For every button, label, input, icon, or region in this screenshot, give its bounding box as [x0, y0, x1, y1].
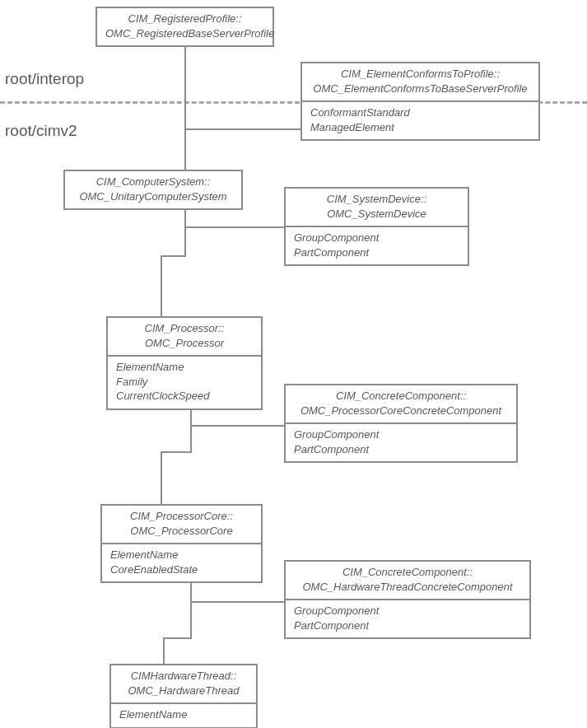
- class-attr: GroupComponent: [294, 231, 459, 245]
- connector: [190, 407, 192, 451]
- class-attr: ConformantStandard: [310, 105, 530, 120]
- class-attr: GroupComponent: [294, 427, 508, 442]
- class-title: CIM_ConcreteComponent::: [294, 565, 521, 580]
- class-title: CIM_SystemDevice::: [294, 192, 459, 207]
- connector: [184, 128, 300, 130]
- class-subtitle: OMC_SystemDevice: [294, 207, 459, 222]
- connector: [161, 255, 186, 257]
- box-hardware-thread-component: CIM_ConcreteComponent:: OMC_HardwareThre…: [284, 560, 531, 639]
- class-attr: PartComponent: [294, 618, 521, 633]
- class-attr: Family: [116, 375, 253, 390]
- box-processor-core: CIM_ProcessorCore:: OMC_ProcessorCore El…: [100, 504, 263, 583]
- class-attr: ElementName: [119, 707, 248, 722]
- class-title: CIM_ElementConformsToProfile::: [310, 67, 530, 82]
- class-attr: PartComponent: [294, 442, 508, 457]
- class-title: CIM_ProcessorCore::: [110, 509, 253, 524]
- connector: [184, 226, 284, 228]
- namespace-cimv2-label: root/cimv2: [5, 122, 77, 140]
- box-hardware-thread: CIMHardwareThread:: OMC_HardwareThread E…: [109, 664, 258, 728]
- class-attr: CurrentClockSpeed: [116, 389, 253, 404]
- box-registered-profile: CIM_RegisteredProfile:: OMC_RegisteredBa…: [96, 7, 274, 47]
- box-system-device: CIM_SystemDevice:: OMC_SystemDevice Grou…: [284, 187, 469, 266]
- box-computer-system: CIM_ComputerSystem:: OMC_UnitaryComputer…: [63, 170, 243, 210]
- connector: [161, 255, 162, 316]
- class-title: CIM_RegisteredProfile::: [105, 12, 264, 26]
- box-element-conforms: CIM_ElementConformsToProfile:: OMC_Eleme…: [300, 62, 540, 141]
- class-attr: CoreEnabledState: [110, 562, 253, 577]
- class-subtitle: OMC_ProcessorCoreConcreteComponent: [294, 404, 508, 418]
- namespace-interop-label: root/interop: [5, 70, 84, 88]
- class-title: CIM_ComputerSystem::: [73, 175, 233, 189]
- class-title: CIMHardwareThread::: [119, 669, 248, 684]
- class-attr: ElementName: [110, 548, 253, 562]
- class-subtitle: OMC_ProcessorCore: [110, 524, 253, 539]
- connector: [163, 637, 192, 639]
- class-subtitle: OMC_RegisteredBaseServerProfile: [105, 26, 264, 41]
- diagram-canvas: { "namespaces": { "interop": "root/inter…: [0, 0, 587, 728]
- class-attr: GroupComponent: [294, 604, 521, 618]
- box-processor-core-component: CIM_ConcreteComponent:: OMC_ProcessorCor…: [284, 384, 518, 463]
- class-attr: ElementName: [116, 360, 253, 375]
- connector: [190, 581, 192, 637]
- class-subtitle: OMC_HardwareThreadConcreteComponent: [294, 580, 521, 595]
- class-subtitle: OMC_UnitaryComputerSystem: [73, 189, 233, 204]
- class-subtitle: OMC_HardwareThread: [119, 684, 248, 698]
- class-subtitle: OMC_ElementConformsToBaseServerProfile: [310, 82, 530, 96]
- class-title: CIM_ConcreteComponent::: [294, 389, 508, 404]
- connector: [161, 451, 192, 453]
- box-processor: CIM_Processor:: OMC_Processor ElementNam…: [106, 316, 263, 410]
- class-attr: PartComponent: [294, 245, 459, 260]
- class-subtitle: OMC_Processor: [116, 336, 253, 351]
- connector: [184, 44, 186, 173]
- connector: [190, 601, 284, 603]
- connector: [161, 451, 162, 504]
- connector: [190, 425, 284, 427]
- connector: [184, 204, 186, 255]
- class-attr: ManagedElement: [310, 120, 530, 135]
- class-title: CIM_Processor::: [116, 321, 253, 336]
- connector: [163, 637, 165, 664]
